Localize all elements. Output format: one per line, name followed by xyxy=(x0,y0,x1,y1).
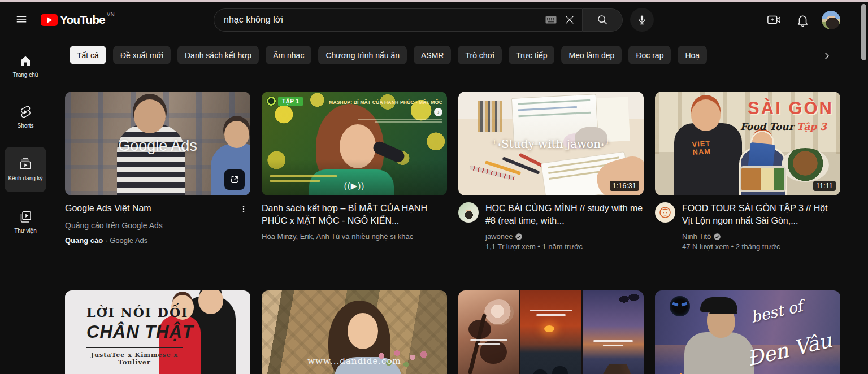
video-thumbnail[interactable]: ⁺˖Study with jawon˖⁺ 1:16:31 xyxy=(458,92,644,195)
sidebar-item-label: Shorts xyxy=(18,123,34,129)
ad-card: Google Ads Google Ads Việt Nam xyxy=(65,92,250,268)
thumbnail-art xyxy=(691,99,721,131)
thumbnail-art xyxy=(502,156,540,175)
search-results: Tất cả Đề xuất mới Danh sách kết hợp Âm … xyxy=(51,36,868,374)
channel-name[interactable]: Ninh Titô xyxy=(682,232,840,241)
mix-play-icon: ((▶)) xyxy=(262,181,447,191)
verified-badge-icon xyxy=(713,233,721,241)
video-menu-button[interactable] xyxy=(237,202,250,216)
verified-badge-icon xyxy=(515,233,523,241)
chip-music[interactable]: Âm nhạc xyxy=(266,46,311,64)
chip-cooking-shows[interactable]: Chương trình nấu ăn xyxy=(318,46,407,64)
chip-all[interactable]: Tất cả xyxy=(70,46,106,64)
mic-button[interactable] xyxy=(630,8,654,32)
subscriptions-icon xyxy=(19,158,32,171)
keyboard-button[interactable] xyxy=(542,11,559,28)
chip-new-suggestions[interactable]: Đề xuất mới xyxy=(113,46,171,64)
thumbnail-art xyxy=(134,99,166,133)
logo-wordmark: YouTube xyxy=(60,13,105,27)
video-title[interactable]: Google Ads Việt Nam xyxy=(65,202,235,215)
chips-scroll-right-button[interactable] xyxy=(818,47,835,64)
thumbnail-art xyxy=(478,101,502,132)
filter-chips-bar: Tất cả Đề xuất mới Danh sách kết hợp Âm … xyxy=(51,36,868,64)
open-in-new-icon xyxy=(224,169,245,190)
library-icon xyxy=(19,210,32,224)
channel-logo-badge xyxy=(670,296,690,316)
ad-thumbnail[interactable]: Google Ads xyxy=(65,92,250,195)
chip-rap[interactable]: Đọc rap xyxy=(628,46,671,64)
chip-live[interactable]: Trực tiếp xyxy=(509,46,555,64)
video-thumbnail[interactable]: www...dandide.com xyxy=(262,290,447,374)
chip-asmr[interactable]: ASMR xyxy=(414,46,451,64)
header: YouTube VN xyxy=(0,2,868,36)
keyboard-icon xyxy=(545,16,557,24)
avatar-image xyxy=(822,11,840,29)
thumbnail-title-overlay: MASHUP: BÍ MẬT CỦA HẠNH PHÚC - MẶT MỘC♪ xyxy=(324,97,442,123)
video-thumbnail[interactable]: VIETNAM SÀI GÒN Food TourTập 3 11:11 xyxy=(655,92,840,195)
clear-search-button[interactable] xyxy=(559,10,580,30)
sidebar-item-label: Kênh đăng ký xyxy=(8,175,42,181)
playlist-artists[interactable]: Hòa Minzy, Erik, Anh Tú và nhiều nghệ sĩ… xyxy=(262,232,447,241)
thumbnail-art xyxy=(117,124,185,195)
search-icon xyxy=(596,14,609,26)
channel-logo-face xyxy=(655,202,675,223)
music-note-icon: ♪ xyxy=(434,108,442,116)
thumbnail-art xyxy=(348,313,378,349)
video-card xyxy=(458,290,644,374)
video-metadata: 1,1 Tr lượt xem • 1 năm trước xyxy=(485,242,644,251)
chip-gaming[interactable]: Trò chơi xyxy=(458,46,501,64)
video-thumbnail[interactable]: best of Đen Vâu xyxy=(655,290,840,374)
ad-subtitle[interactable]: Quảng cáo trên Google Ads xyxy=(65,221,250,230)
sidebar-item-shorts[interactable]: Shorts xyxy=(5,96,46,138)
sidebar-item-library[interactable]: Thư viện xyxy=(5,201,46,243)
video-title[interactable]: FOOD TOUR SÀI GÒN TẬP 3 // Hột Vịt Lộn n… xyxy=(682,202,840,227)
channel-avatar[interactable] xyxy=(655,202,675,223)
chip-mixes[interactable]: Danh sách kết hợp xyxy=(177,46,259,64)
scrollbar[interactable] xyxy=(861,4,866,60)
video-thumbnail[interactable] xyxy=(458,290,644,374)
thumbnail-watermark: www...dandide.com xyxy=(262,356,447,366)
ad-badge-line: Quảng cáo· Google Ads xyxy=(65,236,250,245)
video-thumbnail[interactable]: TẬP 1 MASHUP: BÍ MẬT CỦA HẠNH PHÚC - MẶT… xyxy=(262,92,447,195)
video-card: ⁺˖Study with jawon˖⁺ 1:16:31 HỌC BÀI CÙN… xyxy=(458,92,644,268)
shorts-icon xyxy=(19,105,32,119)
sidebar-item-subscriptions[interactable]: Kênh đăng ký xyxy=(5,147,46,192)
account-avatar[interactable] xyxy=(819,8,842,31)
duration-badge: 1:16:31 xyxy=(610,181,639,191)
video-thumbnail[interactable]: LỜI NÓI DỐI CHÂN THẬT JustaTee x Kimmese… xyxy=(65,290,250,374)
logo-country-code: VN xyxy=(107,11,115,18)
mini-sidebar: Trang chủ Shorts Kênh đăng ký Thư viện xyxy=(0,36,51,374)
notifications-button[interactable] xyxy=(791,8,814,31)
menu-button[interactable] xyxy=(10,8,33,31)
ad-overlay-text: Google Ads xyxy=(65,137,250,155)
thumbnail-shirt-text: VIETNAM xyxy=(692,140,711,156)
video-card: www...dandide.com xyxy=(262,290,447,374)
chip-beauty-tips[interactable]: Mẹo làm đẹp xyxy=(561,46,622,64)
thumbnail-art xyxy=(583,290,644,374)
close-icon xyxy=(563,14,576,26)
thumbnail-title-overlay: SÀI GÒN xyxy=(748,98,834,119)
video-title[interactable]: Danh sách kết hợp – BÍ MẬT CỦA HẠNH PHÚC… xyxy=(262,202,447,227)
duration-badge: 11:11 xyxy=(813,181,836,191)
episode-badge: TẬP 1 xyxy=(266,96,303,106)
chip-animation[interactable]: Hoạ xyxy=(678,46,707,64)
youtube-logo[interactable]: YouTube VN xyxy=(41,11,115,27)
thumbnail-art xyxy=(674,123,742,195)
ad-badge: Quảng cáo xyxy=(65,236,103,245)
thumbnail-title-overlay: ⁺˖Study with jawon˖⁺ xyxy=(458,137,644,151)
video-metadata: 47 N lượt xem • 2 tháng trước xyxy=(682,242,840,251)
create-button[interactable] xyxy=(763,8,785,31)
thumbnail-title-overlay: LỜI NÓI DỐI CHÂN THẬT JustaTee x Kimmese… xyxy=(86,305,194,366)
chevron-right-icon xyxy=(822,51,832,61)
advertiser-name[interactable]: · Google Ads xyxy=(105,236,147,245)
youtube-play-icon xyxy=(41,14,58,26)
sidebar-item-home[interactable]: Trang chủ xyxy=(5,45,46,87)
home-icon xyxy=(19,54,32,68)
video-title[interactable]: HỌC BÀI CÙNG MÌNH // study with me #8 (r… xyxy=(485,202,644,227)
thumbnail-art xyxy=(782,148,829,182)
hamburger-icon xyxy=(15,13,28,25)
channel-name[interactable]: jawonee xyxy=(485,232,644,241)
search-input[interactable] xyxy=(224,15,542,25)
channel-avatar[interactable] xyxy=(458,202,479,223)
search-button[interactable] xyxy=(582,8,623,32)
